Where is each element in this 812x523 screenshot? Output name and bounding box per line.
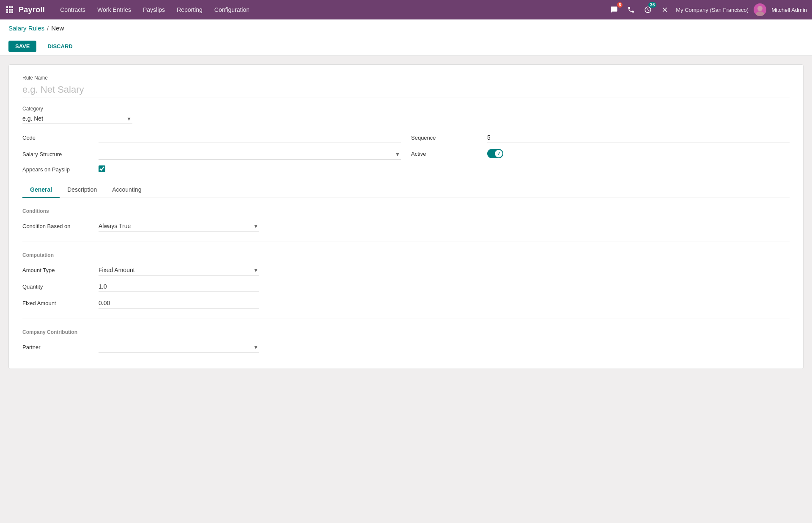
svg-point-10 <box>756 11 764 16</box>
discard-button[interactable]: DISCARD <box>41 41 79 52</box>
sequence-input[interactable] <box>487 132 790 143</box>
company-name: My Company (San Francisco) <box>676 7 749 13</box>
condition-based-on-select[interactable]: Always True Based on a Range Based on Py… <box>99 221 259 231</box>
svg-rect-1 <box>9 6 11 8</box>
main-menu: Contracts Work Entries Payslips Reportin… <box>55 4 608 16</box>
appears-on-payslip-checkbox[interactable] <box>99 165 105 172</box>
rule-name-label: Rule Name <box>22 75 790 81</box>
nav-contracts[interactable]: Contracts <box>55 4 91 16</box>
amount-type-row: Amount Type Fixed Amount Percentage (%) … <box>22 265 790 275</box>
conditions-section-label: Conditions <box>22 208 790 214</box>
conditions-divider <box>22 242 790 242</box>
sequence-label: Sequence <box>411 135 487 141</box>
form-card: Rule Name Category e.g. Net ▼ Code <box>8 64 804 369</box>
category-label: Category <box>22 106 790 112</box>
fixed-amount-row: Fixed Amount <box>22 298 790 308</box>
svg-point-9 <box>757 6 763 11</box>
svg-rect-6 <box>6 11 8 13</box>
active-toggle[interactable]: ✓ <box>487 149 790 158</box>
amount-type-select[interactable]: Fixed Amount Percentage (%) Python Code … <box>99 265 259 275</box>
category-select[interactable]: e.g. Net <box>22 113 132 124</box>
code-label: Code <box>22 135 99 141</box>
quantity-label: Quantity <box>22 284 99 290</box>
user-avatar[interactable] <box>754 3 766 16</box>
nav-configuration[interactable]: Configuration <box>209 4 255 16</box>
topnav-right-section: 6 36 My Company (San Francisco) Mitchell… <box>608 3 807 16</box>
partner-select[interactable] <box>99 342 259 352</box>
breadcrumb: Salary Rules / New <box>0 19 812 37</box>
condition-based-on-row: Condition Based on Always True Based on … <box>22 221 790 231</box>
save-button[interactable]: SAVE <box>8 41 36 52</box>
chat-badge: 6 <box>617 2 623 8</box>
app-brand: Payroll <box>19 6 45 14</box>
nav-payslips[interactable]: Payslips <box>138 4 170 16</box>
active-toggle-check-icon: ✓ <box>497 151 501 157</box>
salary-structure-label: Salary Structure <box>22 151 99 157</box>
breadcrumb-separator: / <box>47 25 49 32</box>
clock-badge: 36 <box>648 2 656 8</box>
condition-based-on-label: Condition Based on <box>22 223 99 229</box>
code-input[interactable] <box>99 132 401 143</box>
svg-rect-0 <box>6 6 8 8</box>
username-label: Mitchell Admin <box>771 7 807 13</box>
grid-menu-icon[interactable] <box>5 5 14 14</box>
appears-on-payslip-label: Appears on Payslip <box>22 166 99 173</box>
clock-icon-btn[interactable]: 36 <box>642 4 654 16</box>
sequence-active-field: Sequence Active ✓ <box>411 132 790 173</box>
salary-structure-select[interactable] <box>99 149 401 160</box>
fixed-amount-label: Fixed Amount <box>22 300 99 306</box>
breadcrumb-current: New <box>51 25 64 32</box>
tab-general[interactable]: General <box>22 182 60 198</box>
fixed-amount-input[interactable] <box>99 298 259 308</box>
nav-reporting[interactable]: Reporting <box>172 4 208 16</box>
svg-rect-7 <box>9 11 11 13</box>
partner-row: Partner ▼ <box>22 342 790 352</box>
close-icon-btn[interactable] <box>659 4 671 16</box>
svg-rect-3 <box>6 9 8 11</box>
svg-rect-4 <box>9 9 11 11</box>
tabs-bar: General Description Accounting <box>22 182 790 198</box>
quantity-row: Quantity <box>22 281 790 292</box>
computation-section-label: Computation <box>22 252 790 258</box>
svg-rect-2 <box>11 6 13 8</box>
active-toggle-knob: ✓ <box>495 150 502 157</box>
chat-icon-btn[interactable]: 6 <box>608 4 620 16</box>
breadcrumb-parent[interactable]: Salary Rules <box>8 25 44 32</box>
tab-description[interactable]: Description <box>60 182 104 198</box>
tab-content-general: Conditions Condition Based on Always Tru… <box>22 198 790 352</box>
quantity-input[interactable] <box>99 281 259 292</box>
main-content: Rule Name Category e.g. Net ▼ Code <box>0 56 812 377</box>
phone-icon-btn[interactable] <box>625 4 637 16</box>
top-navigation: Payroll Contracts Work Entries Payslips … <box>0 0 812 19</box>
computation-divider <box>22 319 790 319</box>
nav-work-entries[interactable]: Work Entries <box>92 4 136 16</box>
company-contribution-section-label: Company Contribution <box>22 329 790 335</box>
code-field: Code Salary Structure ▼ Appears <box>22 132 401 173</box>
tab-accounting[interactable]: Accounting <box>104 182 149 198</box>
rule-name-input[interactable] <box>22 83 790 97</box>
active-toggle-track[interactable]: ✓ <box>487 149 503 158</box>
partner-label: Partner <box>22 344 99 350</box>
action-bar: SAVE DISCARD <box>0 37 812 56</box>
code-sequence-row: Code Salary Structure ▼ Appears <box>22 132 790 173</box>
active-label: Active <box>411 151 487 157</box>
svg-rect-8 <box>11 11 13 13</box>
svg-rect-5 <box>11 9 13 11</box>
amount-type-label: Amount Type <box>22 267 99 273</box>
